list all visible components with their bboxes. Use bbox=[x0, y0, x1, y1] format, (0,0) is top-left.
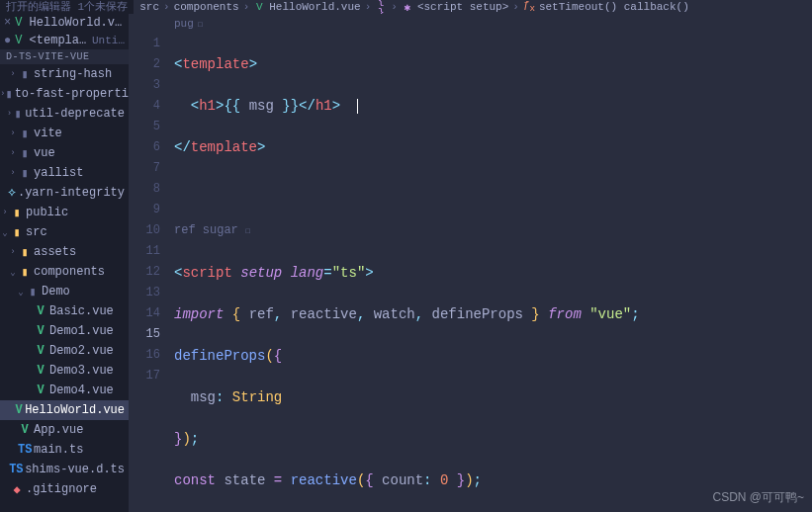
section-header[interactable]: D-TS-VITE-VUE bbox=[0, 49, 129, 64]
tree-label: src bbox=[26, 225, 47, 239]
tree-label: assets bbox=[34, 245, 76, 259]
tree-item-string-hash[interactable]: ›▮string-hash bbox=[0, 64, 129, 84]
tree-item-util-deprecate[interactable]: ›▮util-deprecate bbox=[0, 104, 129, 124]
breadcrumb[interactable]: src › components › V HelloWorld.vue › { … bbox=[134, 0, 695, 14]
tree-label: Basic.vue bbox=[49, 304, 114, 318]
tree-label: .yarn-integrity bbox=[18, 186, 125, 200]
tree-item-App-vue[interactable]: VApp.vue bbox=[0, 420, 129, 440]
tree-item-Demo2-vue[interactable]: VDemo2.vue bbox=[0, 341, 129, 361]
editor-header: 打开的编辑器 1个未保存 bbox=[0, 0, 134, 14]
chevron-right-icon: › bbox=[163, 1, 170, 13]
chevron-right-icon: › bbox=[365, 1, 372, 13]
tree-item--yarn-integrity[interactable]: ⟡.yarn-integrity bbox=[0, 183, 129, 203]
tree-label: Demo bbox=[42, 285, 70, 299]
code-area[interactable]: <template> <h1>{{ msg }}</h1> </template… bbox=[174, 34, 812, 512]
tree-label: util-deprecate bbox=[25, 107, 125, 121]
chevron-icon: › bbox=[0, 208, 10, 217]
watermark: CSDN @可可鸭~ bbox=[712, 489, 804, 506]
vue-icon: V bbox=[15, 16, 22, 30]
chevron-right-icon: › bbox=[243, 1, 250, 13]
text-cursor bbox=[357, 99, 358, 114]
crumb-fn[interactable]: setTimeout() callback() bbox=[539, 1, 689, 13]
checkbox-icon[interactable]: ☐ bbox=[198, 19, 203, 30]
crumb-src[interactable]: src bbox=[139, 1, 159, 13]
tree-item-src[interactable]: ⌄▮src bbox=[0, 222, 129, 242]
file-tree: ›▮string-hash›▮to-fast-properties›▮util-… bbox=[0, 64, 129, 499]
tree-item-Demo4-vue[interactable]: VDemo4.vue bbox=[0, 381, 129, 400]
chevron-icon: › bbox=[8, 168, 18, 178]
tree-label: vite bbox=[34, 127, 62, 140]
chevron-icon bbox=[8, 425, 18, 435]
tab-label: <template> bbox=[30, 34, 88, 47]
crumb-file[interactable]: HelloWorld.vue bbox=[269, 1, 360, 13]
chevron-icon: ⌄ bbox=[8, 267, 18, 278]
tab-label: HelloWorld.vue… bbox=[30, 16, 125, 30]
tree-item--gitignore[interactable]: ◆.gitignore bbox=[0, 479, 129, 499]
function-icon: ƒx bbox=[523, 0, 535, 14]
tree-label: main.ts bbox=[34, 443, 83, 457]
chevron-icon bbox=[24, 326, 34, 336]
tree-label: components bbox=[34, 265, 105, 279]
tree-label: Demo3.vue bbox=[49, 364, 114, 378]
tree-label: to-fast-properties bbox=[15, 87, 129, 101]
tree-label: App.vue bbox=[34, 423, 83, 437]
chevron-icon bbox=[24, 366, 34, 376]
tree-item-to-fast-properties[interactable]: ›▮to-fast-properties bbox=[0, 84, 129, 104]
tree-item-assets[interactable]: ›▮assets bbox=[0, 242, 129, 262]
dirty-icon[interactable]: ● bbox=[4, 34, 11, 47]
tree-label: vue bbox=[34, 146, 55, 160]
tree-label: HelloWorld.vue bbox=[25, 403, 125, 417]
tree-item-Demo[interactable]: ⌄▮Demo bbox=[0, 282, 129, 301]
chevron-right-icon: › bbox=[512, 1, 519, 13]
tree-item-Basic-vue[interactable]: VBasic.vue bbox=[0, 301, 129, 321]
chevron-icon bbox=[0, 484, 10, 494]
chevron-icon: ⌄ bbox=[0, 227, 10, 238]
tree-label: Demo1.vue bbox=[49, 324, 114, 338]
crumb-components[interactable]: components bbox=[174, 1, 239, 13]
lens-ref-sugar[interactable]: ref sugar ☐ bbox=[174, 220, 812, 242]
tree-item-Demo1-vue[interactable]: VDemo1.vue bbox=[0, 321, 129, 341]
tree-label: public bbox=[26, 206, 68, 219]
vue-icon: V bbox=[15, 34, 22, 47]
crumb-script[interactable]: <script setup> bbox=[417, 1, 508, 13]
tree-item-components[interactable]: ⌄▮components bbox=[0, 262, 129, 282]
chevron-icon: › bbox=[6, 109, 13, 119]
vue-icon: V bbox=[253, 1, 265, 13]
close-icon[interactable]: × bbox=[4, 16, 11, 30]
chevron-right-icon: › bbox=[391, 1, 398, 13]
tab-suffix: Unti… bbox=[92, 35, 125, 46]
tree-label: yallist bbox=[34, 166, 83, 180]
chevron-icon bbox=[24, 346, 34, 356]
chevron-icon: ⌄ bbox=[16, 287, 26, 298]
tree-label: string-hash bbox=[34, 67, 112, 81]
line-gutter: 1234567891011121314151617 bbox=[129, 34, 174, 512]
tree-label: .gitignore bbox=[26, 482, 97, 496]
braces-icon: { } bbox=[375, 0, 387, 14]
script-icon: ✱ bbox=[402, 1, 413, 14]
tree-item-vite[interactable]: ›▮vite bbox=[0, 124, 129, 143]
open-editor-item[interactable]: ● V <template> Unti… bbox=[0, 32, 129, 49]
chevron-icon bbox=[24, 385, 34, 395]
chevron-icon: › bbox=[8, 128, 18, 138]
lens-pug[interactable]: pug☐ bbox=[129, 14, 812, 34]
chevron-icon bbox=[8, 445, 18, 455]
tree-item-public[interactable]: ›▮public bbox=[0, 203, 129, 222]
tree-item-main-ts[interactable]: TSmain.ts bbox=[0, 440, 129, 460]
tree-item-vue[interactable]: ›▮vue bbox=[0, 143, 129, 163]
open-editor-item[interactable]: × V HelloWorld.vue… bbox=[0, 14, 129, 32]
chevron-icon: › bbox=[8, 69, 18, 79]
chevron-icon: › bbox=[8, 247, 18, 257]
chevron-icon bbox=[24, 306, 34, 316]
tree-item-shims-vue-d-ts[interactable]: TSshims-vue.d.ts bbox=[0, 460, 129, 479]
sidebar: × V HelloWorld.vue… ● V <template> Unti…… bbox=[0, 14, 129, 512]
editor: pug☐ 1234567891011121314151617 <template… bbox=[129, 14, 812, 512]
tree-label: Demo2.vue bbox=[49, 344, 114, 358]
tree-item-Demo3-vue[interactable]: VDemo3.vue bbox=[0, 361, 129, 381]
chevron-icon: › bbox=[8, 148, 18, 158]
tree-label: shims-vue.d.ts bbox=[25, 463, 125, 476]
tree-item-HelloWorld-vue[interactable]: VHelloWorld.vue bbox=[0, 400, 129, 420]
tree-label: Demo4.vue bbox=[49, 384, 114, 397]
tree-item-yallist[interactable]: ›▮yallist bbox=[0, 163, 129, 183]
